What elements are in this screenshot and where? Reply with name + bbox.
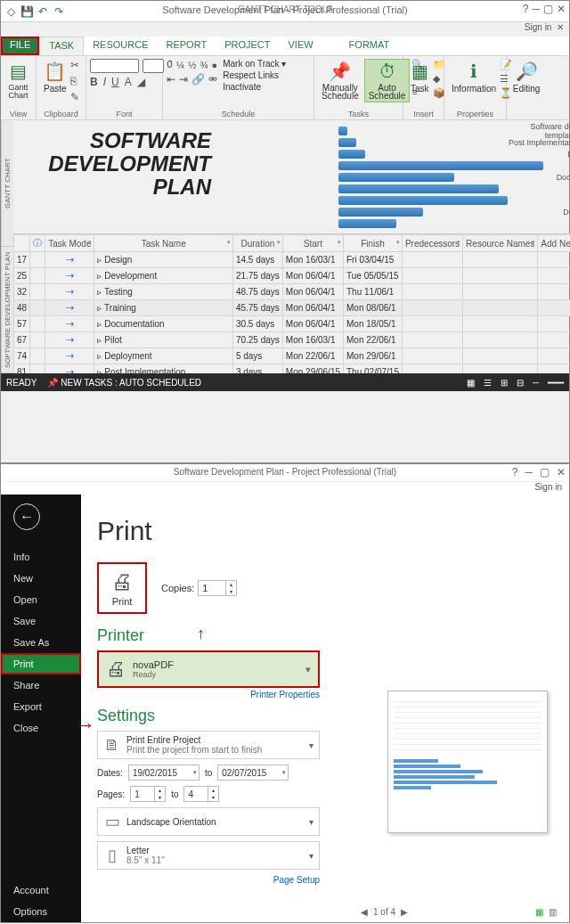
table-row[interactable]: 81⇢▹ Post Implementation3 daysMon 29/06/… — [14, 364, 571, 374]
table-row[interactable]: 17⇢▹ Design14.5 daysMon 16/03/1Fri 03/04… — [14, 252, 571, 268]
table-row[interactable]: 74⇢▹ Deployment5 daysMon 22/06/1Mon 29/0… — [14, 348, 571, 364]
col-info[interactable]: ⓘ — [30, 235, 45, 252]
restore-icon[interactable]: ▢ — [540, 466, 550, 478]
tab-task[interactable]: TASK — [39, 37, 84, 55]
orientation-selector[interactable]: ▭ Landscape Orientation ▾ — [97, 807, 320, 836]
task-grid[interactable]: ⓘTask Mode▾Task Name▾Duration▾Start▾Fini… — [13, 234, 570, 373]
bs-open[interactable]: Open — [1, 589, 81, 610]
view-shortcut-icon[interactable]: ⊟ — [517, 378, 524, 388]
information-button[interactable]: ℹInformation — [448, 59, 500, 99]
tab-project[interactable]: PROJECT — [216, 37, 279, 55]
outdent-icon[interactable]: ⇤ — [167, 73, 175, 86]
mark-on-track[interactable]: Mark on Track ▾ — [223, 59, 286, 69]
pct75-icon[interactable]: ¾ — [200, 60, 208, 70]
bs-close[interactable]: Close — [1, 717, 81, 739]
cut-icon[interactable]: ✂ — [70, 59, 79, 71]
print-button[interactable]: 🖨 Print — [97, 562, 147, 614]
bs-saveas[interactable]: Save As — [1, 632, 81, 653]
zoom-out-icon[interactable]: ─ — [533, 378, 539, 388]
date-from-field[interactable]: 19/02/2015▾ — [128, 765, 200, 781]
zoom-slider[interactable]: ━━━ — [548, 378, 564, 388]
summary-icon[interactable]: 📁 — [433, 59, 445, 70]
prev-page-icon[interactable]: ◀ — [361, 907, 368, 917]
paste-button[interactable]: 📋Paste — [40, 59, 70, 103]
next-page-icon[interactable]: ▶ — [401, 907, 408, 917]
copies-spinner[interactable]: 1▴▾ — [198, 580, 237, 596]
pct50-icon[interactable]: ½ — [188, 60, 196, 70]
minimize-icon[interactable]: ─ — [532, 3, 540, 15]
col-header[interactable]: Predecessors▾ — [402, 235, 462, 252]
table-row[interactable]: 48⇢▹ Training45.75 daysMon 06/04/1Mon 08… — [14, 300, 571, 316]
editing-button[interactable]: 🔎Editing — [510, 59, 542, 95]
tab-file[interactable]: FILE — [1, 37, 39, 55]
redo-icon[interactable]: ↷ — [53, 5, 65, 18]
zoom-fit-icon[interactable]: ▦ — [535, 907, 543, 917]
bs-export[interactable]: Export — [1, 696, 81, 717]
undo-icon[interactable]: ↶ — [37, 5, 49, 18]
status-newtasks[interactable]: 📌 NEW TASKS : AUTO SCHEDULED — [47, 378, 201, 388]
printer-selector[interactable]: 🖨 novaPDF Ready ▾ — [97, 650, 320, 688]
font-family-combo[interactable] — [90, 59, 139, 73]
view-bar[interactable]: SOFTWARE DEVELOPMENT PLAN GANTT CHART — [1, 120, 13, 373]
date-to-field[interactable]: 02/07/2015▾ — [217, 765, 289, 781]
paper-size-selector[interactable]: ▯ Letter 8.5" x 11" ▾ — [97, 841, 320, 870]
underline-icon[interactable]: U — [111, 76, 119, 88]
copy-icon[interactable]: ⎘ — [70, 75, 79, 87]
zoom-page-icon[interactable]: ▥ — [549, 907, 557, 917]
view-shortcut-icon[interactable]: ⊞ — [501, 378, 508, 388]
deliverable-icon[interactable]: 📦 — [433, 87, 445, 99]
restore-icon[interactable]: ▢ — [543, 3, 553, 15]
table-row[interactable]: 25⇢▹ Development21.75 daysMon 06/04/1Tue… — [14, 268, 571, 284]
signin-link[interactable]: Sign in — [534, 482, 562, 492]
tab-resource[interactable]: RESOURCE — [84, 37, 157, 55]
bs-info[interactable]: Info — [1, 546, 81, 568]
tab-view[interactable]: VIEW — [279, 37, 322, 55]
bs-save[interactable]: Save — [1, 610, 81, 632]
close-icon[interactable]: ✕ — [557, 3, 566, 15]
font-size-combo[interactable] — [142, 59, 164, 73]
minimize-icon[interactable]: ─ — [525, 466, 533, 478]
help-icon[interactable]: ? — [523, 3, 529, 15]
bold-icon[interactable]: B — [90, 76, 98, 88]
save-icon[interactable]: 💾 — [20, 5, 33, 18]
view-bar-gantt[interactable]: GANTT CHART — [2, 120, 13, 247]
bs-share[interactable]: Share — [1, 675, 81, 696]
format-painter-icon[interactable]: ✎ — [70, 91, 79, 103]
view-shortcut-icon[interactable]: ☰ — [484, 378, 492, 388]
col-header[interactable]: Task Mode▾ — [45, 235, 94, 252]
printer-properties-link[interactable]: Printer Properties — [250, 690, 320, 699]
table-row[interactable]: 67⇢▹ Pilot70.25 daysMon 16/03/1Mon 22/06… — [14, 332, 571, 348]
col-rownum[interactable] — [14, 235, 30, 252]
bs-print[interactable]: Print — [1, 653, 81, 675]
font-color-icon[interactable]: A — [125, 76, 132, 88]
gantt-chart-button[interactable]: ▤Gantt Chart — [4, 59, 32, 102]
page-to-spinner[interactable]: 4▴▾ — [183, 786, 219, 802]
col-header[interactable]: Duration▾ — [232, 235, 282, 252]
col-header[interactable]: Resource Names▾ — [463, 235, 538, 252]
task-insert-button[interactable]: ▦Task — [407, 59, 433, 99]
help-icon[interactable]: ? — [512, 466, 518, 478]
page-from-spinner[interactable]: 1▴▾ — [130, 786, 166, 802]
page-setup-link[interactable]: Page Setup — [273, 875, 320, 885]
manual-schedule-button[interactable]: 📌Manually Schedule — [318, 59, 362, 102]
fill-color-icon[interactable]: ◢ — [137, 76, 145, 88]
italic-icon[interactable]: I — [103, 76, 106, 88]
close-icon[interactable]: ✕ — [557, 466, 566, 478]
col-header[interactable]: Start▾ — [282, 235, 343, 252]
bs-options[interactable]: Options — [1, 901, 81, 922]
col-header[interactable]: Add New Column▾ — [538, 235, 570, 252]
print-scope-selector[interactable]: 🗎 Print Entire Project Print the project… — [97, 731, 320, 759]
indent-icon[interactable]: ⇥ — [179, 73, 188, 86]
back-button[interactable]: ← — [13, 503, 40, 530]
pct0-icon[interactable]: 0̄ — [167, 59, 173, 70]
col-header[interactable]: Finish▾ — [344, 235, 403, 252]
col-header[interactable]: Task Name▾ — [94, 235, 232, 252]
pct25-icon[interactable]: ¼ — [176, 60, 184, 70]
table-row[interactable]: 57⇢▹ Documentation30.5 daysMon 06/04/1Mo… — [14, 316, 571, 332]
pct100-icon[interactable]: ● — [212, 60, 218, 70]
signin-link[interactable]: Sign in — [525, 22, 552, 32]
link-icon[interactable]: 🔗 — [191, 73, 205, 86]
respect-links[interactable]: Respect Links — [223, 70, 286, 80]
tab-format[interactable]: FORMAT — [340, 37, 399, 55]
bs-account[interactable]: Account — [1, 879, 81, 901]
